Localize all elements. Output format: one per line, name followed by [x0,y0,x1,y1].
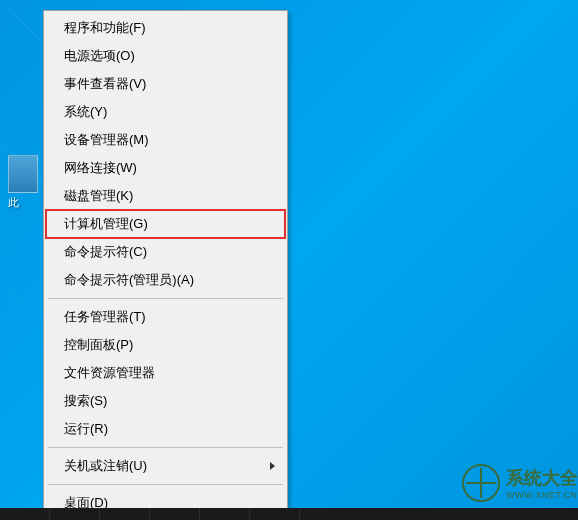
menu-item-label: 计算机管理(G) [64,216,148,231]
taskbar[interactable] [0,508,578,520]
menu-item-label: 电源选项(O) [64,48,135,63]
menu-file-explorer[interactable]: 文件资源管理器 [46,359,285,387]
menu-shutdown-signout[interactable]: 关机或注销(U) [46,452,285,480]
menu-item-label: 任务管理器(T) [64,309,146,324]
menu-item-label: 事件查看器(V) [64,76,146,91]
menu-item-label: 搜索(S) [64,393,107,408]
taskbar-start[interactable] [0,508,50,520]
menu-network-connections[interactable]: 网络连接(W) [46,154,285,182]
desktop-icon-this-pc[interactable]: 此 [8,155,38,210]
taskbar-item[interactable] [200,508,250,520]
menu-item-label: 关机或注销(U) [64,458,147,473]
menu-item-label: 控制面板(P) [64,337,133,352]
menu-item-label: 文件资源管理器 [64,365,155,380]
menu-event-viewer[interactable]: 事件查看器(V) [46,70,285,98]
watermark: 系统大全 WWW.XNET.CN [462,464,578,502]
chevron-right-icon [270,462,275,470]
watermark-sub: WWW.XNET.CN [506,490,578,500]
menu-item-label: 磁盘管理(K) [64,188,133,203]
menu-system[interactable]: 系统(Y) [46,98,285,126]
watermark-logo-icon [462,464,500,502]
menu-command-prompt[interactable]: 命令提示符(C) [46,238,285,266]
menu-run[interactable]: 运行(R) [46,415,285,443]
menu-programs-features[interactable]: 程序和功能(F) [46,14,285,42]
menu-computer-management[interactable]: 计算机管理(G) [46,210,285,238]
taskbar-item[interactable] [100,508,150,520]
menu-control-panel[interactable]: 控制面板(P) [46,331,285,359]
menu-item-label: 系统(Y) [64,104,107,119]
menu-separator [48,298,283,299]
menu-disk-management[interactable]: 磁盘管理(K) [46,182,285,210]
menu-item-label: 命令提示符(C) [64,244,147,259]
menu-command-prompt-admin[interactable]: 命令提示符(管理员)(A) [46,266,285,294]
menu-power-options[interactable]: 电源选项(O) [46,42,285,70]
menu-device-manager[interactable]: 设备管理器(M) [46,126,285,154]
menu-task-manager[interactable]: 任务管理器(T) [46,303,285,331]
menu-separator [48,484,283,485]
menu-separator [48,447,283,448]
watermark-title: 系统大全 [506,466,578,490]
menu-search[interactable]: 搜索(S) [46,387,285,415]
menu-item-label: 网络连接(W) [64,160,137,175]
desktop-icon-label: 此 [8,196,19,208]
taskbar-item[interactable] [50,508,100,520]
menu-item-label: 命令提示符(管理员)(A) [64,272,194,287]
menu-item-label: 设备管理器(M) [64,132,149,147]
this-pc-icon [8,155,38,193]
taskbar-item[interactable] [250,508,300,520]
menu-item-label: 程序和功能(F) [64,20,146,35]
winx-context-menu: 程序和功能(F)电源选项(O)事件查看器(V)系统(Y)设备管理器(M)网络连接… [43,10,288,520]
taskbar-item[interactable] [150,508,200,520]
menu-item-label: 运行(R) [64,421,108,436]
